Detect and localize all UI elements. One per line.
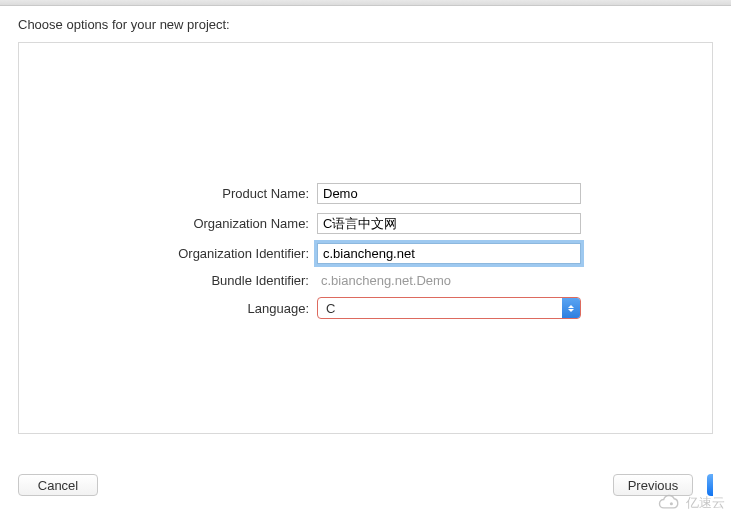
organization-identifier-label: Organization Identifier:	[19, 246, 309, 261]
row-bundle-identifier: Bundle Identifier: c.biancheng.net.Demo	[19, 273, 712, 288]
select-stepper-icon	[562, 298, 580, 318]
spacer	[98, 474, 613, 496]
next-button-edge[interactable]	[707, 474, 713, 496]
footer-bar: Cancel Previous	[0, 474, 731, 496]
organization-name-input[interactable]	[317, 213, 581, 234]
organization-name-label: Organization Name:	[19, 216, 309, 231]
product-name-label: Product Name:	[19, 186, 309, 201]
row-organization-name: Organization Name:	[19, 213, 712, 234]
cancel-button[interactable]: Cancel	[18, 474, 98, 496]
row-language: Language: C	[19, 297, 712, 319]
organization-identifier-input[interactable]	[317, 243, 581, 264]
language-select[interactable]: C	[317, 297, 581, 319]
language-select-value: C	[318, 301, 562, 316]
product-name-input[interactable]	[317, 183, 581, 204]
project-options-form: Product Name: Organization Name: Organiz…	[19, 183, 712, 319]
watermark-text: 亿速云	[686, 494, 725, 512]
page-title: Choose options for your new project:	[0, 6, 731, 42]
chevron-down-icon	[568, 309, 574, 312]
watermark: 亿速云	[656, 494, 725, 512]
row-product-name: Product Name:	[19, 183, 712, 204]
bundle-identifier-value: c.biancheng.net.Demo	[317, 273, 451, 288]
bundle-identifier-label: Bundle Identifier:	[19, 273, 309, 288]
svg-point-0	[670, 502, 673, 505]
language-label: Language:	[19, 301, 309, 316]
options-panel: Product Name: Organization Name: Organiz…	[18, 42, 713, 434]
row-organization-identifier: Organization Identifier:	[19, 243, 712, 264]
chevron-up-icon	[568, 305, 574, 308]
cloud-icon	[656, 494, 684, 512]
previous-button[interactable]: Previous	[613, 474, 693, 496]
